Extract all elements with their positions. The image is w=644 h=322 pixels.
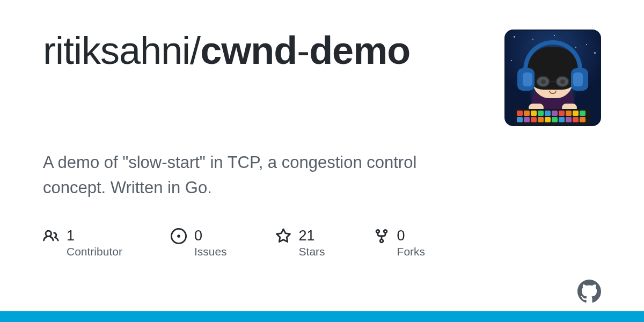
repo-separator: /	[190, 29, 200, 72]
repo-card: ritiksahni/cwnd-demo	[0, 0, 644, 322]
stat-issues[interactable]: 0 Issues	[171, 227, 227, 258]
repo-name-part2: demo	[309, 29, 410, 72]
forks-label: Forks	[397, 245, 426, 258]
stat-stars[interactable]: 21 Stars	[275, 227, 325, 258]
title-area: ritiksahni/cwnd-demo	[43, 30, 504, 72]
stars-count: 21	[299, 227, 325, 244]
repo-description: A demo of "slow-start" in TCP, a congest…	[43, 150, 483, 200]
header: ritiksahni/cwnd-demo	[43, 30, 601, 126]
github-logo-icon[interactable]	[577, 280, 601, 303]
owner-avatar[interactable]	[504, 30, 601, 126]
forks-count: 0	[397, 227, 426, 244]
star-icon	[275, 228, 291, 244]
fork-icon	[374, 228, 390, 244]
people-icon	[43, 228, 59, 244]
stars-label: Stars	[299, 245, 325, 258]
stat-forks[interactable]: 0 Forks	[374, 227, 426, 258]
issue-icon	[171, 228, 187, 244]
stats-row: 1 Contributor 0 Issues 21 Stars	[43, 227, 601, 258]
issues-label: Issues	[194, 245, 227, 258]
contributors-count: 1	[67, 227, 122, 244]
repo-owner: ritiksahni	[43, 29, 190, 72]
repo-hyphen: -	[297, 29, 309, 72]
stat-contributors[interactable]: 1 Contributor	[43, 227, 122, 258]
repo-name-part1: cwnd	[200, 29, 297, 72]
repo-title[interactable]: ritiksahni/cwnd-demo	[43, 30, 483, 72]
language-bar	[0, 311, 644, 322]
issues-count: 0	[194, 227, 227, 244]
contributors-label: Contributor	[67, 245, 122, 258]
